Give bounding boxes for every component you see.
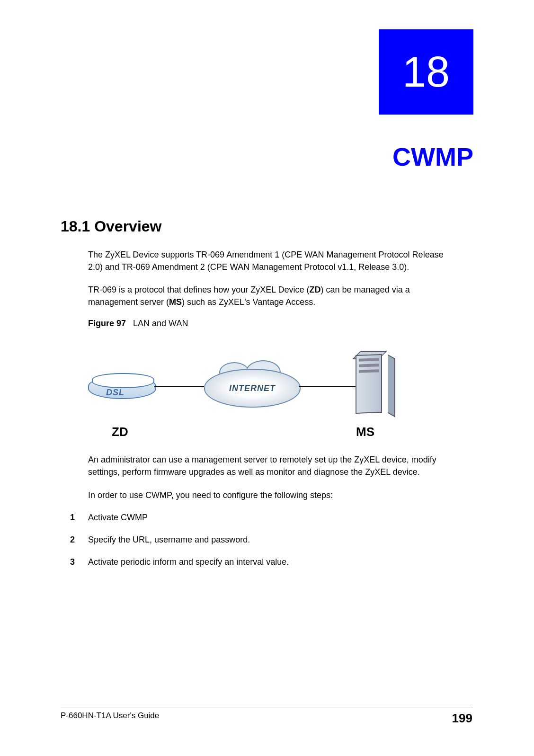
ms-abbrev: MS — [169, 297, 182, 307]
figure-caption: Figure 97 LAN and WAN — [61, 319, 449, 329]
page-footer: P-660HN-T1A User's Guide 199 — [61, 708, 472, 726]
connection-line — [299, 386, 356, 387]
content-area: 18.1 Overview The ZyXEL Device supports … — [61, 218, 449, 578]
paragraph-tr069: TR-069 is a protocol that defines how yo… — [61, 284, 449, 308]
dsl-router-icon: DSL — [88, 376, 154, 404]
list-item: 3 Activate periodic inform and specify a… — [88, 556, 449, 568]
chapter-number-box: 18 — [379, 29, 473, 115]
step-number: 3 — [70, 556, 88, 568]
list-item: 1 Activate CWMP — [88, 512, 449, 524]
paragraph-admin: An administrator can use a management se… — [61, 454, 449, 478]
chapter-number: 18 — [402, 48, 450, 97]
steps-list: 1 Activate CWMP 2 Specify the URL, usern… — [61, 512, 449, 569]
step-text: Activate periodic inform and specify an … — [88, 556, 289, 568]
step-text: Activate CWMP — [88, 512, 148, 524]
p2-pre: TR-069 is a protocol that defines how yo… — [88, 285, 310, 294]
ms-label: MS — [356, 425, 374, 439]
section-heading: 18.1 Overview — [61, 218, 449, 235]
list-item: 2 Specify the URL, username and password… — [88, 534, 449, 546]
internet-text: INTERNET — [229, 383, 276, 393]
p2-post: ) such as ZyXEL's Vantage Access. — [182, 297, 315, 307]
figure-title: LAN and WAN — [133, 319, 188, 328]
document-page: 18 CWMP 18.1 Overview The ZyXEL Device s… — [0, 0, 534, 756]
footer-guide-title: P-660HN-T1A User's Guide — [61, 711, 159, 726]
step-number: 1 — [70, 512, 88, 524]
figure-label: Figure 97 — [88, 319, 126, 328]
step-number: 2 — [70, 534, 88, 546]
paragraph-steps-intro: In order to use CWMP, you need to config… — [61, 489, 449, 501]
connection-line — [154, 386, 204, 387]
step-text: Specify the URL, username and password. — [88, 534, 250, 546]
internet-cloud-icon: INTERNET — [204, 369, 299, 406]
figure-diagram: DSL INTERNET ZD MS — [88, 347, 382, 442]
server-icon — [356, 355, 389, 418]
chapter-title: CWMP — [392, 142, 473, 171]
zd-label: ZD — [112, 425, 128, 439]
dsl-text: DSL — [106, 388, 125, 398]
zd-abbrev: ZD — [310, 285, 321, 294]
paragraph-intro: The ZyXEL Device supports TR-069 Amendme… — [61, 249, 449, 273]
footer-page-number: 199 — [452, 711, 472, 726]
